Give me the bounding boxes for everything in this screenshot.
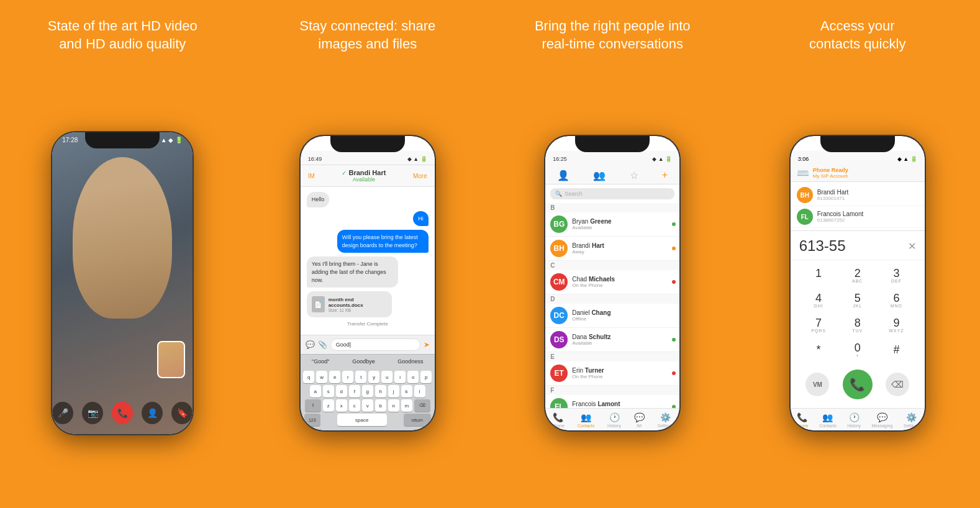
nav-phone[interactable]: 📞 Phone [552, 412, 565, 428]
key-b[interactable]: b [375, 399, 386, 412]
autocorrect-good[interactable]: "Good" [308, 357, 333, 366]
nav-im[interactable]: 💬 IM [634, 412, 645, 428]
key-j[interactable]: j [388, 385, 399, 397]
mute-button[interactable]: 🎤 [52, 402, 73, 424]
key-o[interactable]: o [407, 371, 419, 383]
key-k[interactable]: k [401, 385, 412, 397]
key-v[interactable]: v [362, 399, 373, 412]
tab-person-icon[interactable]: 👤 [557, 170, 569, 181]
message-bubble: Hello [307, 192, 330, 207]
key-y[interactable]: y [368, 371, 379, 383]
call-button[interactable]: 📞 [843, 370, 873, 399]
dialer-nav-history[interactable]: 🕐 History [847, 412, 861, 428]
contact-row[interactable]: DS Dana Schultz Available [545, 328, 679, 352]
dialer-nav-contacts[interactable]: 👥 Contacts [819, 412, 837, 428]
key-g[interactable]: g [362, 385, 373, 397]
key-6[interactable]: 6MNO [882, 289, 910, 311]
key-3[interactable]: 3DEF [882, 264, 910, 286]
key-4[interactable]: 4GHI [805, 289, 832, 311]
signal-icons-1: ▲ ◆ 🔋 [161, 137, 183, 143]
notch-1 [85, 132, 160, 148]
nav-phone-label: Phone [552, 424, 565, 428]
key-s[interactable]: s [323, 385, 334, 397]
key-d[interactable]: d [336, 385, 347, 397]
file-info: month end accounts.docx Size: 11 KB [329, 297, 387, 312]
key-q[interactable]: q [303, 371, 314, 383]
contact-row[interactable]: BG Bryan Greene Available [545, 212, 679, 237]
key-x[interactable]: x [336, 399, 347, 412]
autocorrect-goodbye[interactable]: Goodbye [348, 357, 379, 366]
contacts-button[interactable]: 👤 [142, 402, 163, 424]
nav-history[interactable]: 🕐 History [607, 412, 621, 428]
key-p[interactable]: p [420, 371, 432, 383]
contact-row[interactable]: DC Daniel Chang Offline [545, 304, 679, 328]
contact-row[interactable]: ET Erin Turner On the Phone [545, 361, 679, 386]
tab-add-icon[interactable]: + [662, 170, 668, 181]
contact-row[interactable]: BH Brandi Hart Away [545, 237, 679, 261]
end-call-button[interactable]: 📞 [112, 402, 133, 424]
back-button[interactable]: IM [308, 173, 315, 179]
key-123[interactable]: 123 [304, 414, 320, 426]
key-u[interactable]: u [381, 371, 392, 383]
nav-contacts[interactable]: 👥 Contacts [578, 412, 595, 428]
key-5[interactable]: 5JKL [844, 289, 871, 311]
backspace-button[interactable]: ⌫ [886, 373, 909, 396]
key-a[interactable]: a [310, 385, 321, 397]
key-w[interactable]: w [316, 371, 327, 383]
contact-status: Available [572, 407, 620, 408]
kb-row-2: a s d f g h j k l [302, 385, 433, 397]
check-icon: ✓ [342, 170, 347, 176]
key-i[interactable]: i [394, 371, 406, 383]
key-2[interactable]: 2ABC [844, 264, 871, 286]
key-hash[interactable]: # [882, 338, 910, 361]
avatar-chad: CM [550, 273, 568, 291]
key-shift[interactable]: ⇧ [305, 399, 321, 412]
kb-row-3: ⇧ z x c v b n m ⌫ [302, 399, 433, 412]
key-1[interactable]: 1 [805, 264, 832, 286]
contact-name: Daniel Chang [572, 309, 610, 316]
key-8[interactable]: 8TUV [844, 314, 871, 336]
voicemail-button[interactable]: VM [805, 373, 829, 396]
contact-info: Chad Michaels On the Phone [572, 276, 615, 288]
dialer-nav-phone[interactable]: 📞 Phone [796, 412, 808, 428]
key-e[interactable]: e [329, 371, 340, 383]
message-bubble: Will you please bring the latest design … [337, 230, 429, 253]
key-star[interactable]: * [805, 338, 832, 361]
key-delete[interactable]: ⌫ [414, 399, 430, 412]
dial-clear-button[interactable]: ✕ [908, 240, 916, 252]
contact-row[interactable]: FL Francois Lamont Available [545, 395, 679, 408]
message-input[interactable]: Good| [330, 338, 420, 351]
contact-info: Dana Schultz Available [572, 333, 610, 346]
dialer-nav-messaging[interactable]: 💬 Messaging [871, 412, 892, 428]
recent-contact-row[interactable]: FL Francois Lamont 6138607252 [791, 206, 925, 228]
dialer-nav-settings[interactable]: ⚙️ Settings [904, 412, 919, 428]
key-space[interactable]: space [337, 414, 387, 426]
send-icon[interactable]: ➤ [424, 340, 430, 349]
contact-row[interactable]: CM Chad Michaels On the Phone [545, 270, 679, 294]
nav-settings[interactable]: ⚙️ Settings [657, 412, 673, 428]
recent-contact-row[interactable]: BH Brandi Hart 6133001471 [791, 184, 925, 206]
autocorrect-goodness[interactable]: Goodness [394, 357, 427, 366]
key-h[interactable]: h [375, 385, 386, 397]
camera-button[interactable]: 📷 [82, 402, 103, 424]
key-return[interactable]: return [404, 414, 431, 426]
key-t[interactable]: t [355, 371, 366, 383]
key-m[interactable]: m [401, 399, 412, 412]
message-bubble: Hi [413, 211, 429, 227]
key-r[interactable]: r [342, 371, 353, 383]
key-n[interactable]: n [388, 399, 399, 412]
file-bubble: 📄 month end accounts.docx Size: 11 KB [307, 291, 392, 317]
dialer-nav-messaging-label: Messaging [871, 424, 892, 428]
tab-star-icon[interactable]: ☆ [630, 170, 638, 181]
contacts-search-bar[interactable]: 🔍 Search [550, 188, 674, 199]
key-7[interactable]: 7PQRS [805, 314, 832, 336]
key-c[interactable]: c [349, 399, 360, 412]
key-9[interactable]: 9WXYZ [882, 314, 910, 336]
key-0[interactable]: 0+ [844, 338, 871, 361]
more-button[interactable]: More [413, 173, 427, 179]
key-f[interactable]: f [349, 385, 360, 397]
tab-group-icon[interactable]: 👥 [593, 170, 606, 181]
key-z[interactable]: z [323, 399, 334, 412]
transfer-button[interactable]: 🔖 [171, 402, 193, 424]
key-l[interactable]: l [414, 385, 425, 397]
